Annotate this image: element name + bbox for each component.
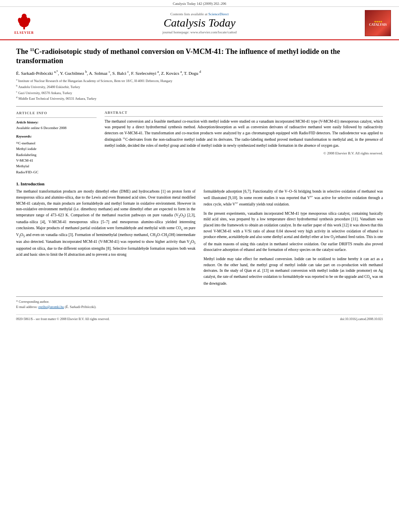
homepage-line: journal homepage: www.elsevier.com/locat… (44, 30, 355, 34)
abstract-column: ABSTRACT The methanol conversion and a f… (105, 111, 383, 175)
affiliations: a Institute of Nuclear Research of the H… (16, 78, 383, 101)
history-label: Article history: (16, 120, 97, 125)
info-abstract-section: ARTICLE INFO Article history: Available … (16, 111, 383, 175)
journal-badge-container: ★★★★ CATALYSIS (359, 10, 391, 36)
article-info-column: ARTICLE INFO Article history: Available … (16, 111, 97, 175)
sciencedirect-link[interactable]: ScienceDirect (208, 12, 228, 16)
citation-bar: Catalysis Today 142 (2009) 202–206 (0, 0, 399, 7)
main-content: The 11C-radioisotopic study of methanol … (0, 40, 399, 329)
doi-line: doi:10.1016/j.cattod.2008.10.021 (340, 317, 383, 321)
svg-point-3 (22, 14, 27, 18)
available-online: Available online 6 December 2008 (16, 125, 97, 131)
intro-section-title: 1. Introduction (16, 181, 383, 186)
journal-citation: Catalysis Today 142 (2009) 202–206 (173, 2, 226, 6)
intro-left-text: The methanol transformation products are… (16, 189, 195, 258)
corresponding-author-note: * Corresponding author. (16, 299, 383, 304)
elsevier-brand-name: ELSEVIER (14, 31, 34, 35)
keywords-list: ¹¹C-methanol Methyl iodide Radiolabeling… (16, 140, 97, 175)
abstract-section: ABSTRACT The methanol conversion and a f… (105, 111, 383, 155)
issn-line: 0920-5861/$ – see front matter © 2008 El… (16, 317, 110, 321)
email-link[interactable]: epribo@atomki.hu (38, 305, 64, 309)
bottom-bar: 0920-5861/$ – see front matter © 2008 El… (16, 314, 383, 321)
elsevier-tree-icon (16, 12, 32, 30)
abstract-text: The methanol conversion and a feasible m… (105, 119, 383, 149)
intro-right-text-1: formaldehyde adsorption [6,7]. Functiona… (204, 189, 383, 207)
intro-right-text-3: Methyl iodide may take effect for methan… (204, 256, 383, 287)
catalysis-badge: ★★★★ CATALYSIS (365, 10, 391, 36)
journal-header: ELSEVIER Contents lists available at Sci… (0, 7, 399, 40)
introduction-section: 1. Introduction The methanol transformat… (16, 181, 383, 290)
elsevier-logo-container: ELSEVIER (8, 12, 40, 35)
contents-line: Contents lists available at ScienceDirec… (44, 12, 355, 16)
journal-center-info: Contents lists available at ScienceDirec… (44, 12, 355, 34)
journal-title: Catalysis Today (44, 17, 355, 29)
article-info-header: ARTICLE INFO (16, 111, 97, 116)
email-note: E-mail address: epribo@atomki.hu (É. Sar… (16, 304, 383, 310)
footnotes: * Corresponding author. E-mail address: … (16, 296, 383, 310)
elsevier-logo: ELSEVIER (14, 12, 34, 35)
intro-body-columns: The methanol transformation products are… (16, 189, 383, 290)
copyright-notice: © 2008 Elsevier B.V. All rights reserved… (105, 151, 383, 155)
article-info: ARTICLE INFO Article history: Available … (16, 111, 97, 175)
intro-left-col: The methanol transformation products are… (16, 189, 195, 290)
email-author-name: (É. Sarkadi-Pribóczki). (65, 305, 97, 309)
header-divider (16, 106, 383, 107)
keywords-label: Keywords: (16, 134, 97, 140)
article-title: The 11C-radioisotopic study of methanol … (16, 47, 383, 66)
authors-line: É. Sarkadi-Pribóczki a,*, Y. Gucbilmez b… (16, 70, 383, 76)
intro-right-text-2: In the present experiments, vanadium inc… (204, 211, 383, 253)
intro-right-col: formaldehyde adsorption [6,7]. Functiona… (204, 189, 383, 290)
abstract-header: ABSTRACT (105, 111, 383, 115)
